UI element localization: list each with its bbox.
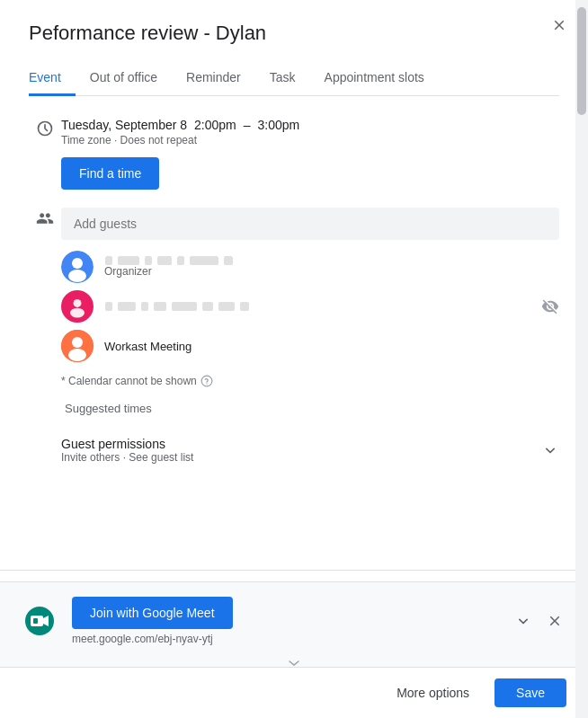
save-button[interactable]: Save (494, 678, 566, 707)
redacted-bar (154, 302, 166, 311)
svg-rect-15 (33, 618, 38, 624)
datetime-dash: – (244, 118, 251, 132)
redacted-bar (118, 302, 136, 311)
redacted-bar (172, 302, 197, 311)
calendar-note-text: * Calendar cannot be shown (61, 375, 197, 387)
guest-role: Organizer (104, 265, 559, 278)
redacted-bar (118, 256, 139, 265)
list-item: Workast Meeting (61, 330, 559, 362)
meet-remove-button[interactable] (543, 609, 566, 633)
redacted-bar (145, 256, 152, 265)
event-end-time: 3:00pm (258, 118, 300, 132)
redacted-bar (177, 256, 184, 265)
guest-info: Workast Meeting (104, 340, 559, 353)
svg-point-8 (72, 337, 83, 348)
permissions-info: Guest permissions Invite others · See gu… (61, 437, 193, 464)
meet-link: meet.google.com/ebj-nyav-ytj (72, 633, 496, 645)
guest-name (104, 256, 559, 265)
permissions-subtitle: Invite others · See guest list (61, 451, 193, 464)
meet-content: Join with Google Meet meet.google.com/eb… (72, 597, 496, 645)
tab-out-of-office[interactable]: Out of office (76, 63, 172, 96)
meet-section: Join with Google Meet meet.google.com/eb… (0, 581, 588, 660)
timezone-label: Time zone (61, 134, 111, 146)
redacted-bar (224, 256, 233, 265)
join-meet-button[interactable]: Join with Google Meet (72, 597, 233, 629)
meet-chevron-down-button[interactable] (511, 608, 536, 634)
svg-point-3 (68, 270, 86, 282)
redacted-bar (190, 256, 218, 265)
guests-section: Organizer (29, 208, 559, 464)
meet-icon (25, 607, 54, 635)
workast-guest-name: Workast Meeting (104, 340, 559, 353)
guest-info (104, 302, 530, 311)
guests-list: Organizer (61, 251, 559, 415)
datetime-sub: Time zone · Does not repeat (61, 134, 559, 146)
scrollbar-thumb[interactable] (577, 7, 586, 115)
clock-icon (29, 118, 61, 137)
meet-icon-wrap (22, 603, 58, 639)
chevron-down-icon (541, 441, 559, 459)
redacted-bar (105, 302, 112, 311)
scrollbar-track[interactable] (575, 0, 588, 718)
bottom-scroll-indicator (0, 660, 588, 667)
svg-point-10 (201, 376, 212, 386)
guest-hide-button[interactable] (541, 297, 559, 315)
repeat-label: Does not repeat (120, 134, 197, 146)
list-item (61, 290, 559, 323)
tab-appointment-slots[interactable]: Appointment slots (310, 63, 439, 96)
calendar-note: * Calendar cannot be shown (61, 375, 559, 387)
people-icon (29, 208, 61, 227)
modal-close-button[interactable] (545, 11, 574, 40)
event-date: Tuesday, September 8 (61, 118, 187, 132)
event-tabs: Event Out of office Reminder Task Appoin… (29, 63, 559, 96)
event-start-time: 2:00pm (194, 118, 236, 132)
guest-name (104, 302, 530, 311)
guest-permissions-toggle[interactable]: Guest permissions Invite others · See gu… (61, 437, 559, 464)
guest-info: Organizer (104, 256, 559, 278)
suggested-times[interactable]: Suggested times (61, 402, 559, 415)
svg-point-11 (206, 383, 207, 384)
avatar (61, 251, 94, 283)
guest-permissions-section: Guest permissions Invite others · See gu… (61, 430, 559, 464)
tab-event[interactable]: Event (29, 63, 76, 96)
svg-point-9 (68, 349, 86, 361)
redacted-bar (240, 302, 249, 311)
redacted-bar (105, 256, 112, 265)
event-title: Peformance review - Dylan (29, 22, 559, 45)
redacted-bar (218, 302, 235, 311)
svg-point-2 (72, 258, 83, 269)
redacted-bar (141, 302, 148, 311)
modal-footer: More options Save (0, 667, 588, 718)
avatar (61, 330, 94, 362)
scroll-down-icon (285, 660, 303, 667)
datetime-row: Tuesday, September 8 2:00pm – 3:00pm (61, 118, 559, 132)
find-time-button[interactable]: Find a time (61, 157, 159, 190)
tab-task[interactable]: Task (255, 63, 310, 96)
help-circle-icon (200, 375, 213, 387)
avatar (61, 290, 94, 323)
svg-point-5 (74, 299, 82, 307)
datetime-section: Tuesday, September 8 2:00pm – 3:00pm Tim… (29, 118, 559, 190)
list-item: Organizer (61, 251, 559, 283)
meet-actions (511, 608, 566, 634)
tab-reminder[interactable]: Reminder (172, 63, 255, 96)
permissions-title: Guest permissions (61, 437, 193, 451)
add-guests-input[interactable] (61, 208, 559, 240)
event-modal: Peformance review - Dylan Event Out of o… (0, 0, 588, 718)
redacted-bar (202, 302, 213, 311)
more-options-button[interactable]: More options (382, 678, 484, 707)
svg-point-6 (70, 308, 85, 318)
divider (0, 570, 588, 571)
redacted-bar (157, 256, 172, 265)
